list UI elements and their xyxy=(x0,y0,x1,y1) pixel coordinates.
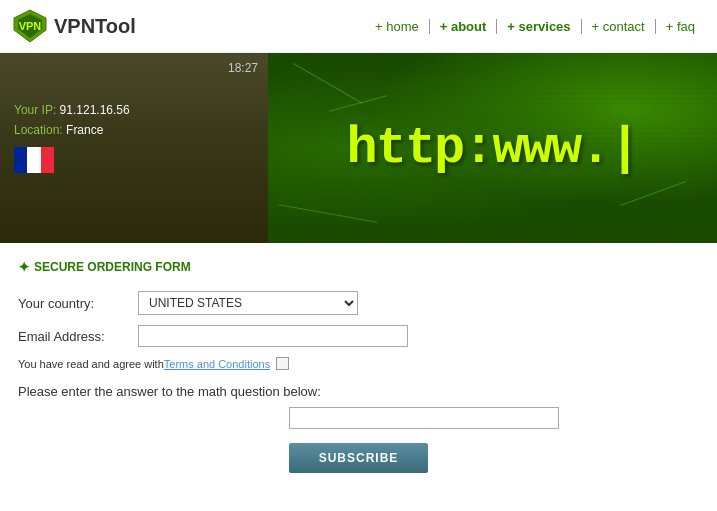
your-ip-label: Your IP: xyxy=(14,103,56,117)
france-flag xyxy=(14,147,54,173)
panels-row: 18:27 Your IP: 91.121.16.56 Location: Fr… xyxy=(0,53,717,243)
http-main-text: http:www.| xyxy=(346,119,638,178)
panel-time: 18:27 xyxy=(228,61,258,75)
ip-info: Your IP: 91.121.16.56 Location: France xyxy=(14,103,254,173)
terms-text: You have read and agree with xyxy=(18,358,164,370)
terms-link[interactable]: Terms and Conditions xyxy=(164,358,270,370)
header: VPN VPNTool + home + about + services + … xyxy=(0,0,717,53)
email-input[interactable] xyxy=(138,325,408,347)
svg-text:VPN: VPN xyxy=(19,20,42,32)
nav-faq[interactable]: + faq xyxy=(656,19,705,34)
location-label: Location: xyxy=(14,123,63,137)
math-label: Please enter the answer to the math ques… xyxy=(18,384,699,399)
secure-label: SECURE ORDERING FORM xyxy=(34,260,191,274)
country-control-area: UNITED STATES UNITED KINGDOM CANADA FRAN… xyxy=(138,291,699,315)
logo-text: VPNTool xyxy=(54,15,136,38)
ip-panel: 18:27 Your IP: 91.121.16.56 Location: Fr… xyxy=(0,53,268,243)
nav-about[interactable]: + about xyxy=(430,19,498,34)
http-panel: http:www.| xyxy=(268,53,717,243)
subscribe-button[interactable]: SUBSCRIBE xyxy=(289,443,429,473)
email-label: Email Address: xyxy=(18,329,138,344)
math-input-row xyxy=(18,407,699,429)
nav-home[interactable]: + home xyxy=(365,19,430,34)
subscribe-row: SUBSCRIBE xyxy=(18,443,699,473)
your-ip-value: 91.121.16.56 xyxy=(60,103,130,117)
flag-container xyxy=(14,147,254,173)
http-text-block: http:www.| xyxy=(346,119,638,178)
terms-checkbox[interactable] xyxy=(276,357,289,370)
flag-white xyxy=(27,147,41,173)
country-row: Your country: UNITED STATES UNITED KINGD… xyxy=(18,291,699,315)
email-control-area xyxy=(138,325,699,347)
location-value: France xyxy=(66,123,103,137)
vpn-logo-icon: VPN xyxy=(12,8,48,44)
nav: + home + about + services + contact + fa… xyxy=(365,19,705,34)
country-label: Your country: xyxy=(18,296,138,311)
nav-contact[interactable]: + contact xyxy=(582,19,656,34)
nav-services[interactable]: + services xyxy=(497,19,581,34)
country-select[interactable]: UNITED STATES UNITED KINGDOM CANADA FRAN… xyxy=(138,291,358,315)
location-line: Location: France xyxy=(14,123,254,137)
secure-plus-icon: ✦ xyxy=(18,259,30,275)
terms-row: You have read and agree with Terms and C… xyxy=(18,357,699,370)
email-row: Email Address: xyxy=(18,325,699,347)
secure-heading: ✦ SECURE ORDERING FORM xyxy=(18,259,699,275)
logo-area: VPN VPNTool xyxy=(12,8,136,44)
flag-blue xyxy=(14,147,27,173)
math-input[interactable] xyxy=(289,407,559,429)
flag-red xyxy=(41,147,54,173)
form-section: ✦ SECURE ORDERING FORM Your country: UNI… xyxy=(0,243,717,493)
ip-line: Your IP: 91.121.16.56 xyxy=(14,103,254,117)
